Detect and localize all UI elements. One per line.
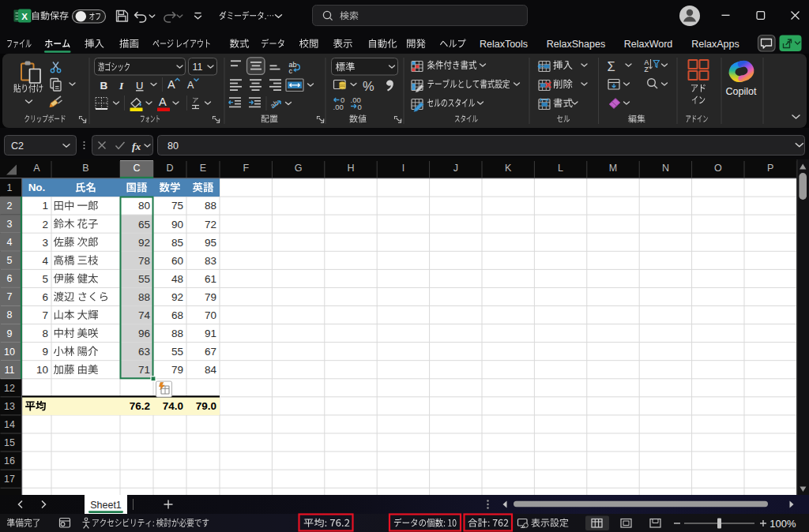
svg-text:15: 15 bbox=[4, 437, 15, 448]
svg-text:c: c bbox=[289, 67, 293, 75]
svg-text:H: H bbox=[347, 163, 354, 174]
svg-text:Z: Z bbox=[645, 66, 649, 73]
svg-text:.00: .00 bbox=[333, 103, 344, 111]
svg-text:65: 65 bbox=[138, 219, 150, 230]
svg-text:7: 7 bbox=[42, 309, 48, 321]
svg-text:RelaxWord: RelaxWord bbox=[624, 39, 673, 50]
svg-text:9: 9 bbox=[7, 328, 13, 339]
svg-text:17: 17 bbox=[4, 474, 15, 485]
svg-text:95: 95 bbox=[205, 237, 216, 249]
svg-text:N: N bbox=[662, 163, 669, 174]
svg-text:L: L bbox=[558, 163, 563, 174]
svg-text:B: B bbox=[82, 163, 88, 174]
svg-text:U: U bbox=[136, 80, 143, 92]
svg-text:67: 67 bbox=[205, 346, 216, 358]
svg-text:5: 5 bbox=[7, 255, 13, 266]
svg-text:92: 92 bbox=[171, 291, 183, 303]
svg-text:E: E bbox=[200, 163, 206, 174]
svg-text:12: 12 bbox=[4, 383, 15, 394]
svg-text:74: 74 bbox=[138, 309, 151, 321]
svg-text:Sheet1: Sheet1 bbox=[90, 500, 122, 511]
svg-text:79: 79 bbox=[205, 291, 216, 303]
svg-text:RelaxApps: RelaxApps bbox=[691, 39, 739, 50]
svg-text:8: 8 bbox=[42, 328, 48, 339]
svg-text:88: 88 bbox=[171, 328, 183, 339]
svg-text:76.2: 76.2 bbox=[130, 400, 150, 412]
svg-text:3: 3 bbox=[42, 237, 48, 249]
svg-text:90: 90 bbox=[171, 219, 183, 230]
svg-text:80: 80 bbox=[138, 200, 150, 212]
svg-text:55: 55 bbox=[138, 273, 150, 285]
svg-text:2: 2 bbox=[42, 219, 48, 230]
svg-text:P: P bbox=[767, 163, 773, 174]
svg-text:B: B bbox=[100, 80, 108, 92]
svg-text:79.0: 79.0 bbox=[196, 400, 216, 412]
svg-text:96: 96 bbox=[138, 328, 150, 339]
svg-text:91: 91 bbox=[205, 328, 216, 339]
svg-text:3: 3 bbox=[7, 219, 13, 230]
svg-text:0: 0 bbox=[358, 103, 362, 111]
svg-text:61: 61 bbox=[205, 273, 216, 285]
svg-text:%: % bbox=[363, 79, 374, 93]
svg-text:79: 79 bbox=[171, 364, 183, 376]
svg-text:A: A bbox=[33, 163, 40, 174]
svg-text:G: G bbox=[295, 163, 303, 174]
svg-text:13: 13 bbox=[4, 401, 15, 412]
svg-text:75: 75 bbox=[171, 200, 183, 212]
svg-text:60: 60 bbox=[171, 255, 183, 267]
svg-text:72: 72 bbox=[205, 219, 216, 230]
svg-text:O: O bbox=[714, 163, 722, 174]
svg-text:88: 88 bbox=[138, 291, 150, 303]
svg-text:A: A bbox=[167, 78, 175, 91]
svg-text:C2: C2 bbox=[11, 140, 24, 152]
svg-text:X: X bbox=[21, 12, 28, 21]
svg-text:6: 6 bbox=[7, 273, 13, 284]
svg-text:C: C bbox=[133, 163, 140, 174]
svg-text:6: 6 bbox=[42, 291, 48, 303]
svg-text:5: 5 bbox=[42, 273, 48, 285]
svg-text:No.: No. bbox=[28, 182, 46, 193]
svg-text:84: 84 bbox=[205, 364, 217, 376]
svg-text:11: 11 bbox=[193, 62, 203, 73]
svg-text:fx: fx bbox=[132, 140, 141, 152]
svg-text:J: J bbox=[453, 163, 458, 174]
svg-text:I: I bbox=[119, 80, 124, 92]
svg-text:100%: 100% bbox=[769, 518, 796, 530]
svg-text:4: 4 bbox=[7, 237, 13, 248]
svg-text:10: 10 bbox=[4, 347, 15, 358]
svg-text:71: 71 bbox=[138, 364, 150, 376]
svg-text:11: 11 bbox=[5, 365, 15, 376]
svg-text:K: K bbox=[505, 163, 512, 174]
svg-text:55: 55 bbox=[171, 346, 183, 358]
svg-text:83: 83 bbox=[205, 255, 216, 267]
svg-text:I: I bbox=[402, 163, 404, 174]
svg-text:4: 4 bbox=[42, 255, 48, 267]
svg-text:63: 63 bbox=[138, 346, 150, 358]
svg-text:Σ: Σ bbox=[608, 59, 615, 73]
svg-text:D: D bbox=[166, 163, 173, 174]
svg-text:80: 80 bbox=[167, 140, 179, 152]
svg-text:2: 2 bbox=[7, 200, 13, 212]
svg-text:RelaxTools: RelaxTools bbox=[480, 39, 528, 50]
svg-text:M: M bbox=[609, 163, 617, 174]
svg-text:16: 16 bbox=[4, 455, 15, 466]
svg-text:8: 8 bbox=[7, 309, 13, 320]
svg-text:70: 70 bbox=[205, 309, 216, 321]
svg-text:7: 7 bbox=[7, 291, 13, 302]
svg-text:A: A bbox=[187, 80, 194, 91]
svg-text:92: 92 bbox=[138, 237, 150, 249]
svg-text:68: 68 bbox=[171, 309, 183, 321]
svg-text:F: F bbox=[243, 163, 249, 174]
svg-text:10: 10 bbox=[36, 364, 48, 376]
svg-text:1: 1 bbox=[42, 200, 48, 212]
svg-text:88: 88 bbox=[205, 200, 216, 212]
svg-text:9: 9 bbox=[42, 346, 48, 358]
svg-text:48: 48 bbox=[171, 273, 183, 285]
svg-text:Copilot: Copilot bbox=[726, 86, 757, 97]
svg-text:14: 14 bbox=[4, 419, 15, 430]
svg-text:78: 78 bbox=[138, 255, 150, 267]
svg-text:RelaxShapes: RelaxShapes bbox=[547, 39, 605, 50]
svg-text:1: 1 bbox=[7, 182, 13, 193]
svg-text:74.0: 74.0 bbox=[163, 400, 183, 412]
svg-text:85: 85 bbox=[171, 237, 183, 249]
